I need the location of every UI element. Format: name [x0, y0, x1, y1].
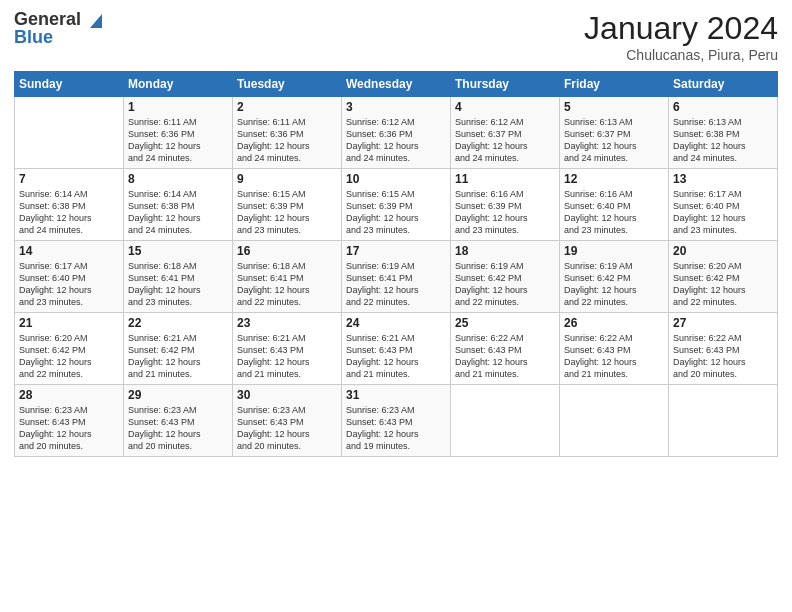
day-info: Sunrise: 6:22 AM Sunset: 6:43 PM Dayligh… [673, 333, 746, 379]
day-cell [451, 385, 560, 457]
day-cell: 29Sunrise: 6:23 AM Sunset: 6:43 PM Dayli… [124, 385, 233, 457]
day-info: Sunrise: 6:17 AM Sunset: 6:40 PM Dayligh… [673, 189, 746, 235]
day-cell: 10Sunrise: 6:15 AM Sunset: 6:39 PM Dayli… [342, 169, 451, 241]
day-cell: 24Sunrise: 6:21 AM Sunset: 6:43 PM Dayli… [342, 313, 451, 385]
day-number: 27 [673, 316, 773, 330]
week-row-5: 28Sunrise: 6:23 AM Sunset: 6:43 PM Dayli… [15, 385, 778, 457]
day-number: 7 [19, 172, 119, 186]
day-number: 26 [564, 316, 664, 330]
day-info: Sunrise: 6:19 AM Sunset: 6:42 PM Dayligh… [455, 261, 528, 307]
day-cell: 26Sunrise: 6:22 AM Sunset: 6:43 PM Dayli… [560, 313, 669, 385]
day-cell: 5Sunrise: 6:13 AM Sunset: 6:37 PM Daylig… [560, 97, 669, 169]
day-cell: 17Sunrise: 6:19 AM Sunset: 6:41 PM Dayli… [342, 241, 451, 313]
day-number: 20 [673, 244, 773, 258]
day-cell: 3Sunrise: 6:12 AM Sunset: 6:36 PM Daylig… [342, 97, 451, 169]
week-row-2: 7Sunrise: 6:14 AM Sunset: 6:38 PM Daylig… [15, 169, 778, 241]
week-row-1: 1Sunrise: 6:11 AM Sunset: 6:36 PM Daylig… [15, 97, 778, 169]
day-info: Sunrise: 6:11 AM Sunset: 6:36 PM Dayligh… [128, 117, 201, 163]
day-info: Sunrise: 6:19 AM Sunset: 6:41 PM Dayligh… [346, 261, 419, 307]
title-block: January 2024 Chulucanas, Piura, Peru [584, 10, 778, 63]
day-info: Sunrise: 6:22 AM Sunset: 6:43 PM Dayligh… [564, 333, 637, 379]
day-number: 2 [237, 100, 337, 114]
day-info: Sunrise: 6:19 AM Sunset: 6:42 PM Dayligh… [564, 261, 637, 307]
logo-blue-text: Blue [14, 28, 102, 48]
day-cell: 20Sunrise: 6:20 AM Sunset: 6:42 PM Dayli… [669, 241, 778, 313]
day-info: Sunrise: 6:17 AM Sunset: 6:40 PM Dayligh… [19, 261, 92, 307]
page-container: General Blue January 2024 Chulucanas, Pi… [0, 0, 792, 467]
day-info: Sunrise: 6:18 AM Sunset: 6:41 PM Dayligh… [237, 261, 310, 307]
day-info: Sunrise: 6:23 AM Sunset: 6:43 PM Dayligh… [346, 405, 419, 451]
day-number: 9 [237, 172, 337, 186]
day-number: 21 [19, 316, 119, 330]
day-info: Sunrise: 6:11 AM Sunset: 6:36 PM Dayligh… [237, 117, 310, 163]
day-number: 29 [128, 388, 228, 402]
day-info: Sunrise: 6:15 AM Sunset: 6:39 PM Dayligh… [346, 189, 419, 235]
day-number: 4 [455, 100, 555, 114]
day-cell: 11Sunrise: 6:16 AM Sunset: 6:39 PM Dayli… [451, 169, 560, 241]
day-number: 14 [19, 244, 119, 258]
col-header-friday: Friday [560, 72, 669, 97]
day-info: Sunrise: 6:20 AM Sunset: 6:42 PM Dayligh… [673, 261, 746, 307]
day-number: 10 [346, 172, 446, 186]
day-number: 15 [128, 244, 228, 258]
logo-icon [84, 10, 102, 28]
day-number: 3 [346, 100, 446, 114]
col-header-saturday: Saturday [669, 72, 778, 97]
day-number: 31 [346, 388, 446, 402]
week-row-4: 21Sunrise: 6:20 AM Sunset: 6:42 PM Dayli… [15, 313, 778, 385]
day-cell: 13Sunrise: 6:17 AM Sunset: 6:40 PM Dayli… [669, 169, 778, 241]
col-header-monday: Monday [124, 72, 233, 97]
day-number: 8 [128, 172, 228, 186]
svg-marker-0 [90, 14, 102, 28]
logo: General Blue [14, 10, 102, 48]
day-cell: 23Sunrise: 6:21 AM Sunset: 6:43 PM Dayli… [233, 313, 342, 385]
day-cell: 16Sunrise: 6:18 AM Sunset: 6:41 PM Dayli… [233, 241, 342, 313]
day-cell: 2Sunrise: 6:11 AM Sunset: 6:36 PM Daylig… [233, 97, 342, 169]
day-cell: 9Sunrise: 6:15 AM Sunset: 6:39 PM Daylig… [233, 169, 342, 241]
day-number: 1 [128, 100, 228, 114]
day-info: Sunrise: 6:13 AM Sunset: 6:38 PM Dayligh… [673, 117, 746, 163]
day-number: 22 [128, 316, 228, 330]
day-info: Sunrise: 6:14 AM Sunset: 6:38 PM Dayligh… [19, 189, 92, 235]
day-number: 11 [455, 172, 555, 186]
day-number: 6 [673, 100, 773, 114]
day-info: Sunrise: 6:16 AM Sunset: 6:40 PM Dayligh… [564, 189, 637, 235]
day-number: 12 [564, 172, 664, 186]
day-info: Sunrise: 6:23 AM Sunset: 6:43 PM Dayligh… [237, 405, 310, 451]
col-header-wednesday: Wednesday [342, 72, 451, 97]
day-cell: 28Sunrise: 6:23 AM Sunset: 6:43 PM Dayli… [15, 385, 124, 457]
col-header-thursday: Thursday [451, 72, 560, 97]
day-cell: 14Sunrise: 6:17 AM Sunset: 6:40 PM Dayli… [15, 241, 124, 313]
day-number: 13 [673, 172, 773, 186]
day-info: Sunrise: 6:16 AM Sunset: 6:39 PM Dayligh… [455, 189, 528, 235]
day-info: Sunrise: 6:23 AM Sunset: 6:43 PM Dayligh… [19, 405, 92, 451]
day-cell [15, 97, 124, 169]
day-cell: 1Sunrise: 6:11 AM Sunset: 6:36 PM Daylig… [124, 97, 233, 169]
day-info: Sunrise: 6:14 AM Sunset: 6:38 PM Dayligh… [128, 189, 201, 235]
day-cell: 22Sunrise: 6:21 AM Sunset: 6:42 PM Dayli… [124, 313, 233, 385]
day-cell: 6Sunrise: 6:13 AM Sunset: 6:38 PM Daylig… [669, 97, 778, 169]
day-info: Sunrise: 6:13 AM Sunset: 6:37 PM Dayligh… [564, 117, 637, 163]
header: General Blue January 2024 Chulucanas, Pi… [14, 10, 778, 63]
day-number: 5 [564, 100, 664, 114]
day-info: Sunrise: 6:23 AM Sunset: 6:43 PM Dayligh… [128, 405, 201, 451]
day-number: 23 [237, 316, 337, 330]
col-header-tuesday: Tuesday [233, 72, 342, 97]
day-info: Sunrise: 6:21 AM Sunset: 6:43 PM Dayligh… [346, 333, 419, 379]
calendar-table: SundayMondayTuesdayWednesdayThursdayFrid… [14, 71, 778, 457]
day-info: Sunrise: 6:22 AM Sunset: 6:43 PM Dayligh… [455, 333, 528, 379]
day-cell: 30Sunrise: 6:23 AM Sunset: 6:43 PM Dayli… [233, 385, 342, 457]
day-info: Sunrise: 6:20 AM Sunset: 6:42 PM Dayligh… [19, 333, 92, 379]
day-info: Sunrise: 6:21 AM Sunset: 6:42 PM Dayligh… [128, 333, 201, 379]
header-row: SundayMondayTuesdayWednesdayThursdayFrid… [15, 72, 778, 97]
day-cell: 7Sunrise: 6:14 AM Sunset: 6:38 PM Daylig… [15, 169, 124, 241]
day-info: Sunrise: 6:12 AM Sunset: 6:36 PM Dayligh… [346, 117, 419, 163]
day-info: Sunrise: 6:21 AM Sunset: 6:43 PM Dayligh… [237, 333, 310, 379]
day-number: 19 [564, 244, 664, 258]
day-number: 18 [455, 244, 555, 258]
col-header-sunday: Sunday [15, 72, 124, 97]
day-info: Sunrise: 6:18 AM Sunset: 6:41 PM Dayligh… [128, 261, 201, 307]
day-number: 30 [237, 388, 337, 402]
day-cell [560, 385, 669, 457]
day-cell: 18Sunrise: 6:19 AM Sunset: 6:42 PM Dayli… [451, 241, 560, 313]
